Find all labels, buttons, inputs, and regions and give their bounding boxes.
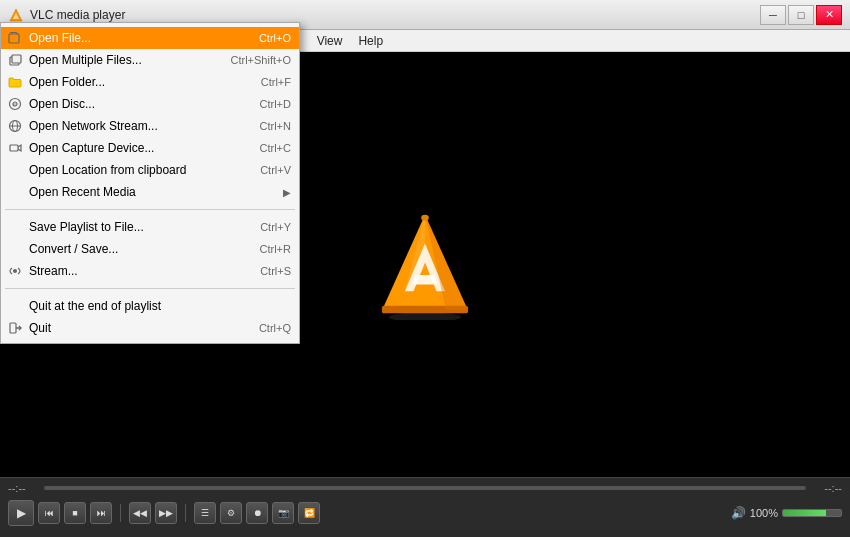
controls-bar: --:-- --:-- ▶ ⏮ ■ ⏭ ◀◀ ▶▶ ☰ ⚙ ⏺ 📷 🔁 🔊 10… [0,477,850,537]
next-button[interactable]: ⏭ [90,502,112,524]
volume-area: 🔊 100% [731,506,842,520]
menu-convert-save-shortcut: Ctrl+R [260,243,291,255]
window-title: VLC media player [30,8,125,22]
prev-button[interactable]: ⏮ [38,502,60,524]
dropdown-section-3: Quit at the end of playlist Quit Ctrl+Q [1,291,299,343]
dropdown-section-2: Save Playlist to File... Ctrl+Y Convert … [1,212,299,286]
menu-open-folder-shortcut: Ctrl+F [261,76,291,88]
menu-open-network[interactable]: Open Network Stream... Ctrl+N [1,115,299,137]
title-bar-left: VLC media player [8,7,125,23]
svg-rect-2 [9,34,19,43]
menu-open-file-label: Open File... [29,31,239,45]
progress-area: --:-- --:-- [0,478,850,494]
time-total: --:-- [812,482,842,494]
svg-rect-11 [10,145,18,151]
separator-1 [5,209,295,210]
menu-open-clipboard[interactable]: Open Location from clipboard Ctrl+V [1,159,299,181]
menu-open-file-shortcut: Ctrl+O [259,32,291,44]
menu-open-disc-label: Open Disc... [29,97,240,111]
open-recent-icon [7,184,23,200]
svg-point-15 [389,312,462,320]
menu-open-clipboard-shortcut: Ctrl+V [260,164,291,176]
menu-open-disc[interactable]: Open Disc... Ctrl+D [1,93,299,115]
volume-icon: 🔊 [731,506,746,520]
separator [120,504,121,522]
media-dropdown: Open File... Ctrl+O Open Multiple Files.… [0,22,300,344]
quit-end-icon [7,298,23,314]
separator-2 [5,288,295,289]
stop-button[interactable]: ■ [64,502,86,524]
svg-point-23 [421,214,429,220]
quit-icon [7,320,23,336]
forward-button[interactable]: ▶▶ [155,502,177,524]
menu-open-folder[interactable]: Open Folder... Ctrl+F [1,71,299,93]
menu-open-recent-label: Open Recent Media [29,185,283,199]
menu-open-multiple[interactable]: Open Multiple Files... Ctrl+Shift+O [1,49,299,71]
record-button[interactable]: ⏺ [246,502,268,524]
loop-button[interactable]: 🔁 [298,502,320,524]
menu-open-folder-label: Open Folder... [29,75,241,89]
save-playlist-icon [7,219,23,235]
menu-help[interactable]: Help [350,30,391,51]
menu-quit-end-label: Quit at the end of playlist [29,299,291,313]
open-network-icon [7,118,23,134]
separator2 [185,504,186,522]
open-multiple-icon [7,52,23,68]
restore-button[interactable]: □ [788,5,814,25]
menu-open-disc-shortcut: Ctrl+D [260,98,291,110]
dropdown-section-1: Open File... Ctrl+O Open Multiple Files.… [1,23,299,207]
menu-save-playlist-shortcut: Ctrl+Y [260,221,291,233]
menu-stream-shortcut: Ctrl+S [260,265,291,277]
vlc-cone-logo [375,210,475,320]
menu-view[interactable]: View [309,30,351,51]
menu-stream[interactable]: Stream... Ctrl+S [1,260,299,282]
window-controls[interactable]: ─ □ ✕ [760,5,842,25]
open-folder-icon [7,74,23,90]
svg-rect-4 [12,55,21,63]
menu-open-capture-shortcut: Ctrl+C [260,142,291,154]
progress-track[interactable] [44,486,806,490]
menu-stream-label: Stream... [29,264,240,278]
menu-open-clipboard-label: Open Location from clipboard [29,163,240,177]
menu-open-network-label: Open Network Stream... [29,119,240,133]
menu-bar: Media Playback Audio Video Subtitle Tool… [0,30,850,52]
svg-point-7 [14,103,16,105]
minimize-button[interactable]: ─ [760,5,786,25]
volume-label: 100% [750,507,778,519]
stream-icon [7,263,23,279]
menu-open-multiple-shortcut: Ctrl+Shift+O [230,54,291,66]
menu-quit-label: Quit [29,321,239,335]
snapshot-button[interactable]: 📷 [272,502,294,524]
extended-button[interactable]: ⚙ [220,502,242,524]
convert-save-icon [7,241,23,257]
time-elapsed: --:-- [8,482,38,494]
volume-slider[interactable] [782,509,842,517]
menu-quit-shortcut: Ctrl+Q [259,322,291,334]
menu-convert-save[interactable]: Convert / Save... Ctrl+R [1,238,299,260]
menu-open-network-shortcut: Ctrl+N [260,120,291,132]
open-disc-icon [7,96,23,112]
open-clipboard-icon [7,162,23,178]
control-buttons-row: ▶ ⏮ ■ ⏭ ◀◀ ▶▶ ☰ ⚙ ⏺ 📷 🔁 🔊 100% [0,494,850,532]
menu-save-playlist[interactable]: Save Playlist to File... Ctrl+Y [1,216,299,238]
rewind-button[interactable]: ◀◀ [129,502,151,524]
menu-open-file[interactable]: Open File... Ctrl+O [1,27,299,49]
menu-open-recent[interactable]: Open Recent Media ▶ [1,181,299,203]
svg-marker-22 [413,275,438,285]
play-button[interactable]: ▶ [8,500,34,526]
menu-open-multiple-label: Open Multiple Files... [29,53,210,67]
menu-quit[interactable]: Quit Ctrl+Q [1,317,299,339]
menu-convert-save-label: Convert / Save... [29,242,240,256]
menu-open-capture-label: Open Capture Device... [29,141,240,155]
open-capture-icon [7,140,23,156]
app-icon [8,7,24,23]
open-file-icon [7,30,23,46]
svg-point-12 [13,269,17,273]
menu-open-capture[interactable]: Open Capture Device... Ctrl+C [1,137,299,159]
submenu-arrow: ▶ [283,187,291,198]
close-button[interactable]: ✕ [816,5,842,25]
menu-save-playlist-label: Save Playlist to File... [29,220,240,234]
playlist-button[interactable]: ☰ [194,502,216,524]
svg-rect-13 [10,323,16,333]
menu-quit-end[interactable]: Quit at the end of playlist [1,295,299,317]
